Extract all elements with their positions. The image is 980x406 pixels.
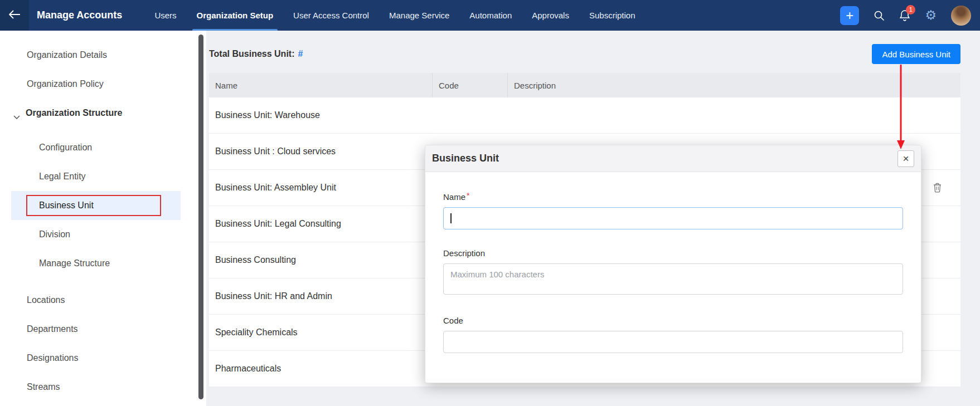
modal-title: Business Unit xyxy=(432,153,499,164)
cell-name: Business Unit: HR and Admin xyxy=(209,291,433,301)
search-icon[interactable] xyxy=(874,10,885,21)
sidebar-item-division[interactable]: Division xyxy=(0,220,206,249)
cell-name: Business Unit: Legal Consulting xyxy=(209,219,433,229)
total-count-value: # xyxy=(298,49,303,58)
cell-name: Business Unit : Cloud services xyxy=(209,146,433,156)
cell-name: Business Consulting xyxy=(209,255,433,265)
add-icon[interactable]: + xyxy=(840,6,859,25)
nav-user-access-control[interactable]: User Access Control xyxy=(283,0,379,31)
sidebar-item-locations[interactable]: Locations xyxy=(0,286,206,315)
cell-name: Business Unit: Warehouse xyxy=(209,110,433,120)
column-header-description: Description xyxy=(508,73,960,97)
text-cursor xyxy=(450,213,452,223)
code-input[interactable] xyxy=(443,331,903,353)
sidebar-item-organization-structure[interactable]: Organization Structure xyxy=(0,99,206,128)
sidebar-item-business-unit[interactable]: Business Unit xyxy=(11,191,181,220)
column-header-code: Code xyxy=(433,73,508,97)
sidebar-item-organization-details[interactable]: Organization Details xyxy=(0,41,206,70)
required-asterisk: * xyxy=(467,191,469,200)
sidebar-item-label: Business Unit xyxy=(39,200,94,211)
sidebar-item-label: Organization Structure xyxy=(26,108,122,118)
sidebar-item-streams[interactable]: Streams xyxy=(0,373,206,402)
business-unit-modal: Business Unit × Name* Description Code xyxy=(425,145,921,383)
close-icon[interactable]: × xyxy=(897,150,914,167)
sidebar: Organization Details Organization Policy… xyxy=(0,31,206,406)
sidebar-scrollbar[interactable] xyxy=(198,35,203,399)
nav-users[interactable]: Users xyxy=(144,0,186,31)
name-field-label: Name* xyxy=(443,192,903,202)
sidebar-item-configuration[interactable]: Configuration xyxy=(0,133,206,162)
modal-body: Name* Description Code xyxy=(425,172,921,353)
column-header-name: Name xyxy=(209,73,433,97)
description-input[interactable] xyxy=(443,263,903,295)
back-arrow-icon xyxy=(8,10,21,21)
modal-header: Business Unit × xyxy=(425,145,921,172)
total-business-unit-label: Total Business Unit:# xyxy=(209,49,303,59)
nav-subscription[interactable]: Subscription xyxy=(579,0,646,31)
nav-manage-service[interactable]: Manage Service xyxy=(379,0,459,31)
sidebar-item-designations[interactable]: Designations xyxy=(0,344,206,373)
sidebar-item-manage-structure[interactable]: Manage Structure xyxy=(0,249,206,278)
add-business-unit-button[interactable]: Add Business Unit xyxy=(872,44,960,64)
delete-trash-icon[interactable] xyxy=(933,183,942,193)
code-field-label: Code xyxy=(443,316,903,325)
table-header-row: Name Code Description xyxy=(209,73,960,97)
description-field-label: Description xyxy=(443,248,903,258)
user-avatar[interactable] xyxy=(951,6,971,26)
name-input[interactable] xyxy=(443,207,903,229)
cell-name: Pharmaceuticals xyxy=(209,364,433,374)
back-button[interactable] xyxy=(0,0,29,31)
topbar-actions: + 1 ⚙ xyxy=(840,6,980,26)
table-row[interactable]: Business Unit: Warehouse xyxy=(209,97,960,134)
sidebar-item-legal-entity[interactable]: Legal Entity xyxy=(0,162,206,191)
chevron-down-icon xyxy=(13,111,20,121)
cell-name: Business Unit: Assembley Unit xyxy=(209,183,433,193)
sidebar-item-departments[interactable]: Departments xyxy=(0,315,206,344)
nav-automation[interactable]: Automation xyxy=(459,0,522,31)
cell-name: Speciality Chemicals xyxy=(209,327,433,337)
topbar-nav: Users Organization Setup User Access Con… xyxy=(144,0,645,31)
topbar: Manage Accounts Users Organization Setup… xyxy=(0,0,980,31)
nav-approvals[interactable]: Approvals xyxy=(522,0,579,31)
sidebar-item-organization-policy[interactable]: Organization Policy xyxy=(0,70,206,99)
page-title: Manage Accounts xyxy=(37,9,122,21)
settings-gear-icon[interactable]: ⚙ xyxy=(925,9,937,22)
nav-organization-setup[interactable]: Organization Setup xyxy=(187,0,284,31)
content-header: Total Business Unit:# Add Business Unit xyxy=(206,31,980,64)
notifications-bell-icon[interactable]: 1 xyxy=(899,9,910,22)
notification-badge: 1 xyxy=(906,5,915,14)
